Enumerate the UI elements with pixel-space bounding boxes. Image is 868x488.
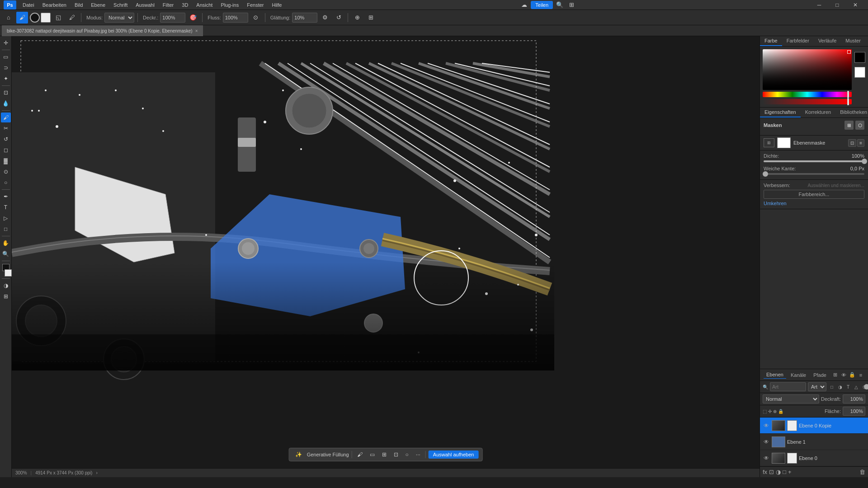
flaeche-input[interactable] [843, 407, 865, 416]
layer-new-button[interactable]: + [788, 469, 792, 475]
tab-pfade[interactable]: Pfade [811, 371, 829, 379]
auswahl-aufheben-button[interactable]: Auswahl aufheben [429, 450, 479, 459]
menu-ansicht[interactable]: Ansicht [193, 1, 216, 9]
lock4-icon[interactable]: 🔒 [778, 409, 783, 414]
eraser-tool[interactable]: ◻ [1, 145, 11, 155]
float-more-icon[interactable]: ··· [414, 450, 423, 459]
pixel-mask-icon[interactable]: ⊞ [844, 121, 854, 130]
layers-grid-icon[interactable]: ⊞ [831, 371, 839, 379]
close-button[interactable]: ✕ [846, 0, 864, 10]
text-tool[interactable]: T [1, 202, 11, 212]
layer-adj-button[interactable]: ◑ [776, 469, 781, 475]
cloud-icon[interactable]: ☁ [519, 0, 529, 10]
color-swatch-fg[interactable] [854, 52, 865, 63]
layers-eye-icon[interactable]: 👁 [840, 371, 847, 379]
tab-muster[interactable]: Muster [841, 36, 865, 46]
layer-mask-button[interactable]: ⊡ [769, 469, 774, 475]
tab-farbe[interactable]: Farbe [760, 36, 782, 46]
pen-tool[interactable]: ✒ [1, 192, 11, 202]
glattung-input[interactable] [292, 13, 317, 23]
tab-farbfelder[interactable]: Farbfelder [782, 36, 814, 46]
history-brush-tool[interactable]: ↺ [1, 134, 11, 144]
brush-settings2[interactable]: 🖊 [66, 12, 78, 23]
umkehren-link[interactable]: Umkehren [764, 201, 864, 206]
filter-shape-icon[interactable]: △ [853, 383, 860, 390]
clone-stamp-tool[interactable]: ✂ [1, 123, 11, 133]
lasso-tool[interactable]: ⊃ [1, 63, 11, 73]
move-tool[interactable]: ✛ [1, 38, 11, 48]
alpha-slider[interactable] [763, 99, 852, 104]
tab-kanaele[interactable]: Kanäle [788, 371, 809, 379]
dichte-slider[interactable] [764, 160, 864, 162]
layers-search-input[interactable] [770, 382, 806, 391]
menu-hilfe[interactable]: Hilfe [268, 1, 285, 9]
teilen-button[interactable]: Teilen [531, 1, 553, 9]
layer-group-button[interactable]: □ [783, 469, 786, 475]
lock2-icon[interactable]: ✢ [768, 409, 772, 414]
tab-bibliotheken[interactable]: Bibliotheken [835, 108, 868, 117]
menu-auswahl[interactable]: Auswahl [132, 1, 158, 9]
eyedropper-tool[interactable]: 💧 [1, 99, 11, 108]
brush-settings1[interactable]: ◱ [52, 12, 64, 23]
layer0-vis[interactable]: 👁 [763, 422, 770, 429]
extra-button[interactable]: ⊞ [365, 12, 377, 23]
home-tool[interactable]: ⌂ [3, 12, 14, 23]
menu-bearbeiten[interactable]: Bearbeiten [39, 1, 70, 9]
blur-tool[interactable]: ⊙ [1, 167, 11, 177]
layer-item-1[interactable]: 👁 Ebene 1 [760, 434, 868, 450]
background-color[interactable] [5, 269, 12, 277]
float-crop-icon[interactable]: ⊡ [392, 450, 401, 459]
menu-bild[interactable]: Bild [71, 1, 86, 9]
filter-pixel-icon[interactable]: □ [828, 383, 835, 390]
main-tab[interactable]: bike-3073082 nattapol deejitwasin auf Pi… [2, 25, 203, 36]
path-select-tool[interactable]: ▷ [1, 213, 11, 223]
shape-tool[interactable]: □ [1, 224, 11, 234]
brush-tool-box[interactable]: 🖌 [1, 113, 11, 122]
opacity-input[interactable] [843, 394, 865, 404]
ebenenmaske-options-button[interactable]: ≡ [857, 139, 864, 147]
weiche-kante-slider[interactable] [764, 173, 864, 175]
quick-mask-tool[interactable]: ◑ [1, 281, 11, 291]
layer1-vis[interactable]: 👁 [763, 438, 770, 446]
workspace-icon[interactable]: ⊞ [566, 0, 576, 10]
deckraft-input[interactable] [160, 13, 185, 23]
status-arrow[interactable]: › [96, 470, 97, 475]
layers-lock-icon[interactable]: 🔒 [849, 371, 856, 379]
float-brush-icon[interactable]: 🖌 [355, 450, 365, 459]
menu-fenster[interactable]: Fenster [243, 1, 267, 9]
layer-item-2[interactable]: 👁 Ebene 0 [760, 450, 868, 466]
menu-filter[interactable]: Filter [159, 1, 177, 9]
brush-preview[interactable] [30, 13, 40, 23]
zoom-tool[interactable]: 🔍 [1, 249, 11, 259]
ebenenmaske-link-button[interactable]: ⊡ [848, 139, 856, 147]
glattung-settings[interactable]: ⚙ [319, 12, 331, 23]
fluss-icon[interactable]: ⊙ [250, 12, 262, 23]
generative-icon[interactable]: ✨ [293, 450, 304, 459]
minimize-button[interactable]: ─ [810, 0, 828, 10]
sym-button[interactable]: ⊕ [351, 12, 363, 23]
screen-mode-tool[interactable]: ⊞ [1, 291, 11, 301]
float-transform-icon[interactable]: ⊞ [380, 450, 389, 459]
tab-eigenschaften[interactable]: Eigenschaften [760, 108, 801, 117]
vector-mask-icon[interactable]: ⬡ [855, 121, 864, 130]
layers-type-select[interactable]: Art [808, 382, 826, 391]
fluss-input[interactable] [223, 13, 248, 23]
hand-tool[interactable]: ✋ [1, 238, 11, 248]
lock3-icon[interactable]: ⊕ [773, 409, 777, 414]
menu-schrift[interactable]: Schrift [110, 1, 131, 9]
menu-datei[interactable]: Datei [19, 1, 38, 9]
deckraft-icon[interactable]: 🎯 [187, 12, 199, 23]
float-rect-icon[interactable]: ▭ [368, 450, 377, 459]
menu-ebene[interactable]: Ebene [87, 1, 109, 9]
lock1-icon[interactable]: ⬚ [763, 409, 767, 414]
brush-tool[interactable]: 🖌 [16, 12, 28, 23]
layers-more-icon[interactable]: ≡ [857, 371, 864, 379]
menu-3d[interactable]: 3D [178, 1, 192, 9]
tab-verlaeufe[interactable]: Verläufe [814, 36, 841, 46]
menu-plugins[interactable]: Plug-ins [217, 1, 242, 9]
filter-text-icon[interactable]: T [844, 383, 852, 390]
dodge-tool[interactable]: ○ [1, 178, 11, 188]
brush-color[interactable] [41, 13, 51, 23]
hue-slider[interactable] [763, 92, 852, 97]
angle-icon[interactable]: ↺ [333, 12, 344, 23]
